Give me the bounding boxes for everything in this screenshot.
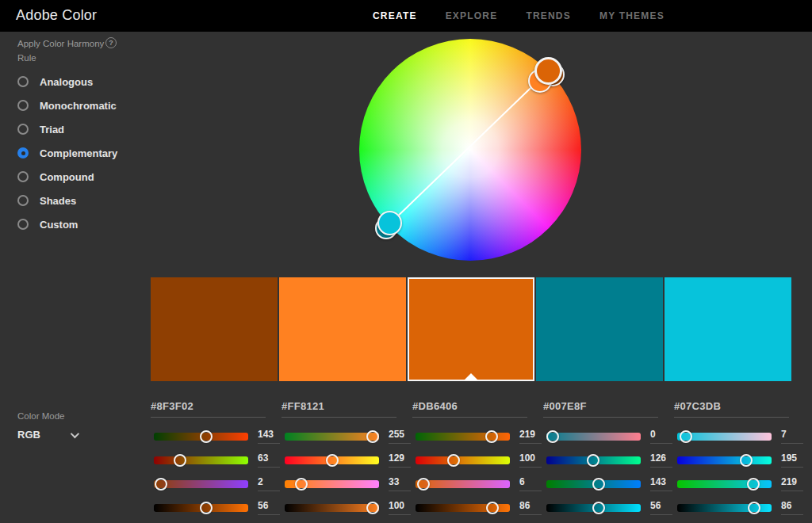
swatch-color3[interactable] (408, 277, 534, 381)
top-bar: Adobe Color CREATE EXPLORE TRENDS MY THE… (0, 0, 812, 32)
green-slider[interactable] (677, 456, 772, 464)
slider-knob[interactable] (366, 430, 379, 443)
rule-option-shades[interactable]: Shades (17, 189, 117, 212)
swatch-color5[interactable] (665, 277, 791, 381)
brightness-slider[interactable] (677, 504, 772, 512)
green-slider[interactable] (416, 456, 510, 464)
green-value-input[interactable]: 195 (781, 454, 803, 468)
slider-knob[interactable] (592, 502, 605, 514)
red-value-input[interactable]: 255 (389, 430, 411, 444)
green-slider[interactable] (546, 456, 641, 464)
harmony-rule-list: Analogous Monochromatic Triad Complement… (17, 70, 117, 236)
radio-icon[interactable] (17, 195, 29, 206)
nav-tab-trends[interactable]: TRENDS (526, 10, 571, 21)
brightness-value-input[interactable]: 86 (519, 502, 542, 515)
brightness-value-input[interactable]: 86 (781, 502, 803, 515)
slider-knob[interactable] (417, 478, 430, 491)
rule-option-label: Monochromatic (40, 100, 117, 112)
swatch-color1[interactable] (151, 277, 278, 381)
blue-value-input[interactable]: 6 (519, 478, 542, 491)
hex-input-color4[interactable]: #007E8F (543, 400, 658, 418)
slider-knob[interactable] (680, 430, 692, 443)
brightness-value-input[interactable]: 56 (650, 502, 672, 515)
brightness-slider[interactable] (416, 504, 510, 512)
red-slider[interactable] (546, 433, 641, 441)
green-slider[interactable] (285, 456, 379, 464)
radio-checked-icon[interactable] (17, 147, 29, 158)
red-slider[interactable] (416, 433, 510, 441)
blue-value-input[interactable]: 219 (781, 478, 803, 491)
red-value-input[interactable]: 143 (258, 430, 280, 444)
harmony-rule-heading-line1: Apply Color Harmony (17, 39, 104, 48)
swatch-color2[interactable] (279, 277, 406, 381)
green-slider[interactable] (154, 456, 248, 464)
rule-option-triad[interactable]: Triad (17, 117, 117, 141)
blue-value-input[interactable]: 33 (389, 478, 411, 491)
red-slider[interactable] (154, 433, 248, 441)
help-icon[interactable]: ? (105, 37, 117, 48)
app-logo[interactable]: Adobe Color (16, 7, 97, 24)
brightness-slider[interactable] (154, 504, 248, 512)
slider-knob[interactable] (740, 454, 753, 467)
green-value-input[interactable]: 63 (258, 454, 280, 468)
rule-option-label: Analogous (40, 76, 93, 88)
wheel-marker-color3-active[interactable] (534, 57, 562, 85)
brightness-value-input[interactable]: 56 (258, 502, 280, 515)
slider-knob[interactable] (748, 502, 760, 514)
rule-option-custom[interactable]: Custom (17, 212, 117, 236)
red-value-input[interactable]: 219 (519, 430, 542, 444)
slider-knob[interactable] (486, 502, 499, 514)
green-value-input[interactable]: 126 (650, 454, 672, 468)
hex-input-color2[interactable]: #FF8121 (282, 400, 396, 418)
brightness-slider[interactable] (546, 504, 641, 512)
blue-slider[interactable] (285, 480, 379, 488)
slider-knob[interactable] (747, 478, 760, 491)
nav-tab-create[interactable]: CREATE (373, 10, 417, 21)
blue-value-input[interactable]: 2 (258, 478, 280, 491)
green-value-input[interactable]: 129 (389, 454, 411, 468)
blue-slider[interactable] (416, 480, 510, 488)
hex-input-color1[interactable]: #8F3F02 (151, 400, 266, 418)
wheel-marker-color5[interactable] (377, 211, 402, 235)
blue-value-input[interactable]: 143 (650, 478, 672, 491)
radio-icon[interactable] (17, 100, 29, 111)
slider-knob[interactable] (587, 454, 599, 467)
nav-tab-explore[interactable]: EXPLORE (446, 10, 498, 21)
brightness-slider[interactable] (285, 504, 379, 512)
red-value-input[interactable]: 7 (781, 430, 803, 444)
color-mode-dropdown[interactable]: RGB (17, 429, 77, 441)
rule-option-compound[interactable]: Compound (17, 165, 117, 189)
red-slider[interactable] (285, 433, 379, 441)
radio-icon[interactable] (17, 171, 29, 182)
slider-knob[interactable] (485, 430, 498, 443)
swatch-color4[interactable] (536, 277, 663, 381)
slider-knob[interactable] (174, 454, 186, 467)
rule-option-label: Compound (40, 171, 94, 183)
slider-knob[interactable] (447, 454, 460, 467)
slider-knob[interactable] (155, 478, 167, 491)
brightness-value-input[interactable]: 100 (389, 502, 411, 515)
green-value-input[interactable]: 100 (519, 454, 542, 468)
blue-slider[interactable] (546, 480, 641, 488)
radio-icon[interactable] (17, 219, 29, 230)
slider-knob[interactable] (200, 430, 213, 443)
radio-icon[interactable] (17, 76, 29, 87)
blue-slider[interactable] (154, 480, 248, 488)
slider-knob[interactable] (366, 502, 379, 514)
slider-knob[interactable] (200, 502, 213, 514)
red-slider[interactable] (677, 433, 772, 441)
slider-knob[interactable] (295, 478, 308, 491)
hex-input-color3[interactable]: #DB6406 (412, 400, 527, 418)
slider-knob[interactable] (546, 430, 559, 443)
rule-option-analogous[interactable]: Analogous (17, 70, 117, 94)
rule-option-monochromatic[interactable]: Monochromatic (17, 94, 117, 117)
radio-icon[interactable] (17, 124, 29, 135)
nav-tab-my-themes[interactable]: MY THEMES (599, 10, 665, 21)
slider-knob[interactable] (326, 454, 339, 467)
hex-input-color5[interactable]: #07C3DB (674, 400, 789, 418)
blue-slider[interactable] (677, 480, 772, 488)
red-value-input[interactable]: 0 (650, 430, 672, 444)
rule-option-complementary[interactable]: Complementary (17, 141, 117, 165)
color-column-1: #8F3F02 143 63 2 56 (151, 400, 280, 523)
slider-knob[interactable] (592, 478, 605, 491)
